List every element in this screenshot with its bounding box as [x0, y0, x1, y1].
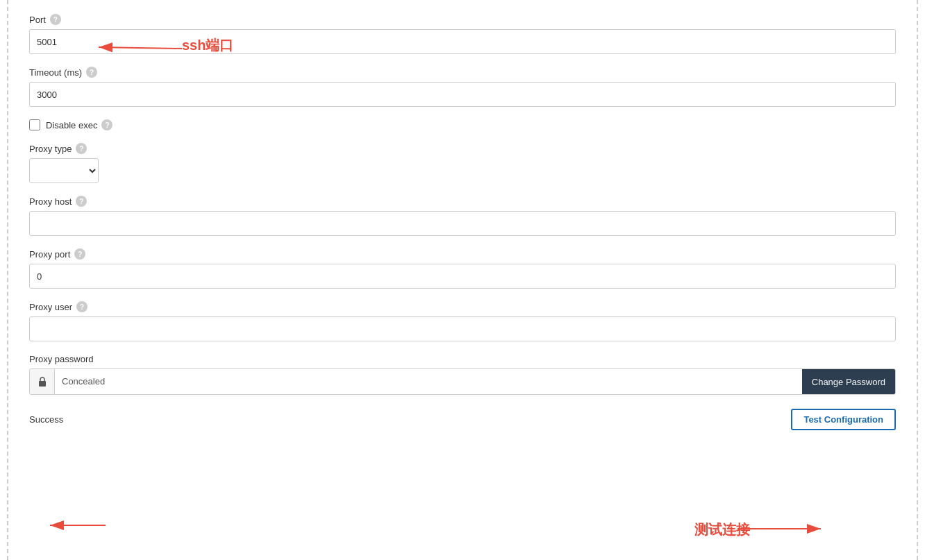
proxy-type-label-text: Proxy type — [29, 144, 72, 154]
svg-rect-0 — [39, 381, 46, 387]
proxy-host-label: Proxy host ? — [29, 196, 896, 207]
change-password-button[interactable]: Change Password — [802, 369, 895, 394]
main-container: Port ? Timeout (ms) ? Disable exec ? Pro… — [7, 0, 918, 560]
disable-exec-label: Disable exec ? — [46, 119, 112, 130]
proxy-password-label: Proxy password — [29, 354, 896, 364]
timeout-label-text: Timeout (ms) — [29, 67, 82, 78]
port-label-text: Port — [29, 15, 46, 25]
port-help-icon[interactable]: ? — [50, 14, 61, 25]
proxy-port-label-text: Proxy port — [29, 249, 70, 260]
proxy-user-group: Proxy user ? — [29, 301, 896, 341]
proxy-type-label: Proxy type ? — [29, 143, 896, 154]
proxy-host-group: Proxy host ? — [29, 196, 896, 236]
proxy-port-group: Proxy port ? — [29, 248, 896, 289]
port-label: Port ? — [29, 14, 896, 25]
proxy-port-input[interactable] — [29, 264, 896, 289]
disable-exec-label-text: Disable exec — [46, 120, 97, 130]
disable-exec-checkbox[interactable] — [29, 119, 40, 130]
proxy-port-label: Proxy port ? — [29, 248, 896, 260]
proxy-password-field: Concealed Change Password — [29, 368, 896, 395]
proxy-password-value: Concealed — [55, 369, 802, 394]
proxy-password-label-text: Proxy password — [29, 354, 93, 364]
timeout-group: Timeout (ms) ? — [29, 67, 896, 107]
proxy-host-label-text: Proxy host — [29, 196, 72, 207]
lock-icon — [30, 369, 55, 394]
test-connection-annotation: 测试连接 — [694, 520, 750, 539]
proxy-host-help-icon[interactable]: ? — [76, 196, 87, 207]
proxy-user-help-icon[interactable]: ? — [76, 301, 88, 312]
port-input[interactable] — [29, 29, 896, 54]
footer-row: Success Test Configuration — [29, 409, 896, 430]
disable-exec-group: Disable exec ? — [29, 119, 896, 130]
timeout-help-icon[interactable]: ? — [86, 67, 97, 78]
success-status: Success — [29, 414, 63, 425]
proxy-port-help-icon[interactable]: ? — [74, 248, 85, 260]
test-configuration-button[interactable]: Test Configuration — [791, 409, 896, 430]
proxy-host-input[interactable] — [29, 211, 896, 236]
proxy-type-select[interactable]: HTTP SOCKS5 — [29, 158, 99, 183]
proxy-user-label-text: Proxy user — [29, 302, 72, 312]
proxy-user-input[interactable] — [29, 316, 896, 341]
proxy-type-group: Proxy type ? HTTP SOCKS5 — [29, 143, 896, 183]
proxy-type-help-icon[interactable]: ? — [76, 143, 87, 154]
disable-exec-help-icon[interactable]: ? — [101, 119, 112, 130]
timeout-input[interactable] — [29, 82, 896, 107]
proxy-password-group: Proxy password Concealed Change Password — [29, 354, 896, 395]
timeout-label: Timeout (ms) ? — [29, 67, 896, 78]
proxy-user-label: Proxy user ? — [29, 301, 896, 312]
port-group: Port ? — [29, 14, 896, 54]
